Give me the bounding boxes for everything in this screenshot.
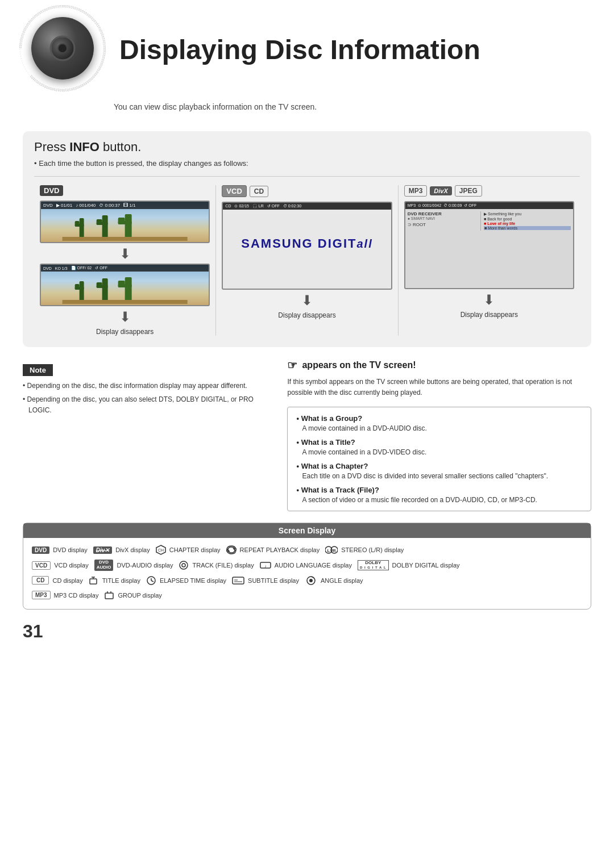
repeat-display-icon [226,545,237,555]
svg-point-43 [309,579,313,582]
svg-text:CH: CH [158,548,164,552]
stereo-display-label: STEREO (L/R) display [341,546,404,553]
svg-rect-21 [118,281,125,287]
svg-rect-9 [125,214,132,238]
svg-rect-15 [75,284,80,290]
cd-tag: CD [250,186,268,197]
mp3-track-4: ■ More than words [484,226,571,230]
hand-icon: ☞ [287,358,297,372]
speaker-icon [31,17,94,80]
dvd-tag: DVD [40,185,63,196]
info-item-title-3: What is a Track (File)? [296,486,582,494]
display-item-elapsed: ELAPSED TIME display [146,575,226,586]
page-number: 31 [23,621,591,642]
display-row-4: MP3 MP3 CD display GROUP display [32,590,582,600]
mp3-content: DVD RECEIVER ● SMART NAVI ⊃ ROOT ▶ Somet… [405,209,573,233]
screen-display-section: Screen Display DVD DVD display Div✕ DivX… [23,523,591,610]
mp3-track-1: ▶ Something like you [484,212,571,216]
svg-rect-3 [80,218,84,238]
page-title: Displaying Disc Information [119,34,480,65]
display-row-3: CD CD display TITLE display ELAPSED TIME… [32,575,582,586]
svg-rect-22 [63,300,188,304]
info-box: What is a Group? A movie contained in a … [287,407,591,511]
info-item-2: What is a Chapter? Each title on a DVD d… [296,462,582,480]
dvd-arrow-2: ⬇ [40,309,210,325]
dvd-screen-1: DVD ▶ 01/01 ♪ 001/040 ⏱ 0:00:37 🎞 1/1 [40,201,210,243]
cactus-scene-2 [44,273,206,304]
svg-rect-6 [102,215,108,238]
header: 0101010101010101010101010101010101010101… [0,0,614,99]
elapsed-display-label: ELAPSED TIME display [160,577,226,584]
vcd-display-icon: VCD [32,561,51,570]
svg-rect-8 [97,219,102,225]
vcd-display-label: VCD display [54,562,89,569]
dvd-panel: DVD DVD ▶ 01/01 ♪ 001/040 ⏱ 0:00:37 🎞 1/… [34,185,216,336]
display-item-dvd-audio: DVDAUDIO DVD-AUDIO display [94,560,173,571]
note-box: Note Depending on the disc, the disc inf… [23,364,276,416]
info-item-0: What is a Group? A movie contained in a … [296,414,582,432]
mp3-arrow: ⬇ [404,292,574,308]
vcd-screen: CD ⊙ 02/15 🎧 LR ↺ OFF ⏱ 0:02:30 SAMSUNG … [222,202,392,290]
display-item-dvd: DVD DVD display [32,546,88,554]
info-item-title-1: What is a Title? [296,438,582,446]
svg-rect-5 [75,221,80,227]
hand-title-text: appears on the TV screen! [302,360,416,370]
vcd-info-bar: CD ⊙ 02/15 🎧 LR ↺ OFF ⏱ 0:02:30 [223,203,391,210]
mp3-track-3: ■ Love of my life [484,222,571,226]
display-item-angle: ANGLE display [305,575,363,586]
vcd-display-disappears: Display disappears [222,311,392,319]
repeat-display-label: REPEAT PLAYBACK display [240,546,320,553]
dvd-display-disappears: Display disappears [40,328,210,336]
divx-display-icon: Div✕ [93,546,113,554]
mp3-screen: MP3 ⊙ 0001/0042 ⏱ 0:00:09 ↺ OFF DVD RECE… [404,201,574,289]
dvd-display-label: DVD display [53,546,88,553]
display-item-dolby: DOLBYD I G I T A L DOLBY DIGITAL display [358,560,460,570]
jpeg-tag: JPEG [455,185,482,197]
dvd-display-icon: DVD [32,546,49,554]
info-item-desc-3: A section of video or a music file recor… [296,496,582,504]
svg-rect-44 [105,593,113,599]
mp3-display-icon: MP3 [32,591,51,599]
dolby-display-icon: DOLBYD I G I T A L [358,560,389,570]
info-item-1: What is a Title? A movie contained in a … [296,438,582,456]
vcd-panel: VCD CD CD ⊙ 02/15 🎧 LR ↺ OFF ⏱ 0:02:30 S… [216,185,398,336]
display-item-vcd: VCD VCD display [32,561,89,570]
svg-rect-12 [63,237,188,241]
mp3-info-bar: MP3 ⊙ 0001/0042 ⏱ 0:00:09 ↺ OFF [405,202,573,209]
note-item-1: Depending on the disc, the disc informat… [23,381,276,391]
track-display-label: TRACK (FILE) display [192,562,254,569]
display-item-subtitle: SUBTITLE display [232,575,299,586]
group-display-icon [104,590,114,600]
press-info-bullet: • Each time the button is pressed, the d… [34,159,580,168]
main-content: Note Depending on the disc, the disc inf… [23,358,591,511]
mp3-display-label: MP3 CD display [54,592,99,599]
mp3-label-group: MP3 DivX JPEG [404,185,574,197]
hand-section: ☞ appears on the TV screen! If this symb… [287,358,591,398]
vcd-tag: VCD [222,185,246,197]
track-display-icon [179,560,189,570]
dvd-arrow-1: ⬇ [40,246,210,262]
screen-display-title: Screen Display [23,523,591,538]
mp3-panel: MP3 DivX JPEG MP3 ⊙ 0001/0042 ⏱ 0:00:09 … [399,185,580,336]
info-item-3: What is a Track (File)? A section of vid… [296,486,582,504]
cd-display-label: CD display [52,577,82,584]
angle-display-label: ANGLE display [321,577,363,584]
note-label: Note [23,364,53,376]
display-item-chapter: CH CHAPTER display [156,545,221,555]
svg-text:L: L [327,548,330,553]
display-row-1: DVD DVD display Div✕ DivX display CH CHA… [32,545,582,555]
chapter-display-icon: CH [156,545,166,555]
display-item-divx: Div✕ DivX display [93,546,150,554]
cactus-scene-1 [44,210,206,241]
display-item-title: TITLE display [89,575,140,586]
samsung-logo-container: SAMSUNG DIGITall [223,210,391,278]
dvd-audio-display-icon: DVDAUDIO [94,560,114,571]
display-item-mp3: MP3 MP3 CD display [32,591,98,599]
dvd-label: DVD [40,185,210,196]
hand-description: If this symbol appears on the TV screen … [287,377,591,398]
svg-point-30 [182,564,185,567]
angle-display-icon [305,575,317,586]
dvd-info-bar-2: DVD KO 1/3 📄 OFF/ 02 ↺ OFF [41,265,209,272]
hand-title: ☞ appears on the TV screen! [287,358,591,372]
mp3-track-2: ■ Back for good [484,217,571,221]
